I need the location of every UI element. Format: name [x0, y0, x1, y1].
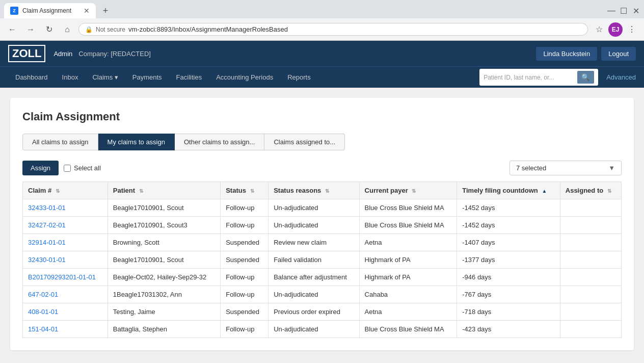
advanced-link[interactable]: Advanced [606, 73, 636, 81]
address-bar[interactable]: 🔒 Not secure vm-zobci:8893/Inbox/Assignm… [78, 23, 588, 36]
table-row: 32430-01-01 Beagle17010901, Scout Suspen… [23, 251, 622, 269]
tab-my-claims[interactable]: My claims to assign [98, 134, 175, 150]
cell-status: Suspended [221, 251, 269, 269]
col-status: Status ⇅ [221, 182, 269, 199]
sort-icon-status-reasons[interactable]: ⇅ [325, 188, 329, 194]
nav-accounting-periods[interactable]: Accounting Periods [209, 68, 280, 86]
new-tab-button[interactable]: + [98, 3, 113, 18]
maximize-button[interactable]: ☐ [620, 7, 628, 15]
col-claim-num: Claim # ⇅ [23, 182, 108, 199]
nav-inbox[interactable]: Inbox [55, 68, 86, 86]
cell-assigned-to [560, 199, 621, 217]
back-button[interactable]: ← [5, 22, 19, 37]
claim-link[interactable]: 32427-02-01 [28, 221, 66, 229]
cell-patient: Testing, Jaime [108, 303, 220, 321]
url-text: vm-zobci:8893/Inbox/AssignmentManagerRol… [128, 25, 581, 33]
sort-icon-assigned[interactable]: ⇅ [607, 188, 611, 194]
select-all-checkbox[interactable] [64, 165, 71, 172]
sort-icon-patient[interactable]: ⇅ [139, 188, 143, 194]
cell-assigned-to [560, 286, 621, 303]
user-avatar[interactable]: EJ [608, 22, 623, 37]
user-name-button[interactable]: Linda Buckstein [536, 47, 597, 61]
search-button[interactable]: 🔍 [577, 71, 594, 84]
assign-button[interactable]: Assign [22, 161, 59, 175]
claim-link[interactable]: 32433-01-01 [28, 204, 66, 212]
cell-claim-num: 32914-01-01 [23, 234, 108, 251]
nav-reports[interactable]: Reports [280, 68, 318, 86]
tab-favicon: Z [10, 7, 18, 15]
sort-icon-timely[interactable]: ▲ [542, 188, 547, 194]
tab-close-icon[interactable]: ✕ [84, 7, 90, 15]
claim-link[interactable]: B201709293201-01-01 [28, 273, 96, 281]
cell-claim-num: 32433-01-01 [23, 199, 108, 217]
cell-status-reason: Un-adjudicated [269, 321, 359, 338]
cell-patient: Beagle17010901, Scout3 [108, 217, 220, 234]
cell-status-reason: Failed validation [269, 251, 359, 269]
table-row: 151-04-01 Battaglia, Stephen Follow-up U… [23, 321, 622, 338]
cell-status-reason: Balance after adjustment [269, 269, 359, 286]
app-header: ZOLL Admin Company: [REDACTED] Linda Buc… [0, 41, 644, 66]
table-row: 32427-02-01 Beagle17010901, Scout3 Follo… [23, 217, 622, 234]
table-row: 647-02-01 1Beagle17031302, Ann Follow-up… [23, 286, 622, 303]
select-all-label[interactable]: Select all [74, 164, 101, 172]
cell-timely: -1452 days [457, 217, 560, 234]
close-window-button[interactable]: ✕ [632, 7, 640, 15]
cell-timely: -718 days [457, 303, 560, 321]
cell-claim-num: B201709293201-01-01 [23, 269, 108, 286]
claim-link[interactable]: 647-02-01 [28, 291, 58, 298]
nav-facilities[interactable]: Facilities [169, 68, 209, 86]
search-input[interactable] [484, 74, 575, 81]
col-assigned-to: Assigned to ⇅ [560, 182, 621, 199]
cell-status: Follow-up [221, 269, 269, 286]
claim-link[interactable]: 32914-01-01 [28, 239, 66, 246]
bookmark-button[interactable]: ☆ [592, 22, 606, 37]
home-button[interactable]: ⌂ [60, 22, 74, 37]
cell-status: Suspended [221, 234, 269, 251]
more-options-button[interactable]: ⋮ [625, 22, 639, 37]
claim-link[interactable]: 408-01-01 [28, 308, 58, 316]
sort-icon-claim[interactable]: ⇅ [56, 188, 60, 194]
cell-timely: -1452 days [457, 199, 560, 217]
zoll-logo: ZOLL [8, 45, 45, 62]
refresh-button[interactable]: ↻ [42, 22, 56, 37]
cell-status-reason: Un-adjudicated [269, 217, 359, 234]
logout-button[interactable]: Logout [601, 47, 636, 61]
cell-patient: Beagle17010901, Scout [108, 199, 220, 217]
table-row: 32433-01-01 Beagle17010901, Scout Follow… [23, 199, 622, 217]
cell-patient: Browning, Scott [108, 234, 220, 251]
cell-claim-num: 151-04-01 [23, 321, 108, 338]
nav-claims[interactable]: Claims ▾ [85, 68, 125, 86]
table-toolbar: Assign Select all 7 selected ▼ [22, 161, 622, 175]
cell-assigned-to [560, 234, 621, 251]
select-all-wrap: Select all [64, 164, 101, 172]
nav-dashboard[interactable]: Dashboard [8, 68, 55, 86]
active-browser-tab[interactable]: Z Claim Assignment ✕ [4, 3, 96, 18]
forward-button[interactable]: → [23, 22, 38, 37]
tab-all-claims[interactable]: All claims to assign [22, 134, 98, 150]
dropdown-arrow-icon: ▼ [608, 164, 615, 172]
cell-status-reason: Previous order expired [269, 303, 359, 321]
table-header-row: Claim # ⇅ Patient ⇅ Status ⇅ Status reas… [23, 182, 622, 199]
cell-assigned-to [560, 251, 621, 269]
nav-payments[interactable]: Payments [125, 68, 169, 86]
sort-icon-status[interactable]: ⇅ [250, 188, 254, 194]
cell-payer: Blue Cross Blue Shield MA [359, 199, 457, 217]
cell-status-reason: Review new claim [269, 234, 359, 251]
cell-payer: Highmark of PA [359, 269, 457, 286]
tab-assigned-claims[interactable]: Claims assigned to... [264, 134, 345, 150]
claim-link[interactable]: 32430-01-01 [28, 256, 66, 264]
selected-dropdown[interactable]: 7 selected ▼ [509, 161, 622, 175]
tab-other-claims[interactable]: Other claims to assign... [175, 134, 264, 150]
minimize-button[interactable]: — [607, 7, 615, 15]
table-row: 408-01-01 Testing, Jaime Suspended Previ… [23, 303, 622, 321]
table-row: B201709293201-01-01 Beagle-Oct02, Hailey… [23, 269, 622, 286]
nav-search-area: 🔍 Advanced [479, 69, 636, 86]
table-row: 32914-01-01 Browning, Scott Suspended Re… [23, 234, 622, 251]
app-nav: Dashboard Inbox Claims ▾ Payments Facili… [0, 66, 644, 88]
not-secure-label: Not secure [96, 26, 125, 33]
search-input-wrap: 🔍 [479, 69, 598, 86]
claim-link[interactable]: 151-04-01 [28, 325, 58, 333]
cell-timely: -1407 days [457, 234, 560, 251]
sort-icon-payer[interactable]: ⇅ [412, 188, 416, 194]
cell-payer: Blue Cross Blue Shield MA [359, 321, 457, 338]
